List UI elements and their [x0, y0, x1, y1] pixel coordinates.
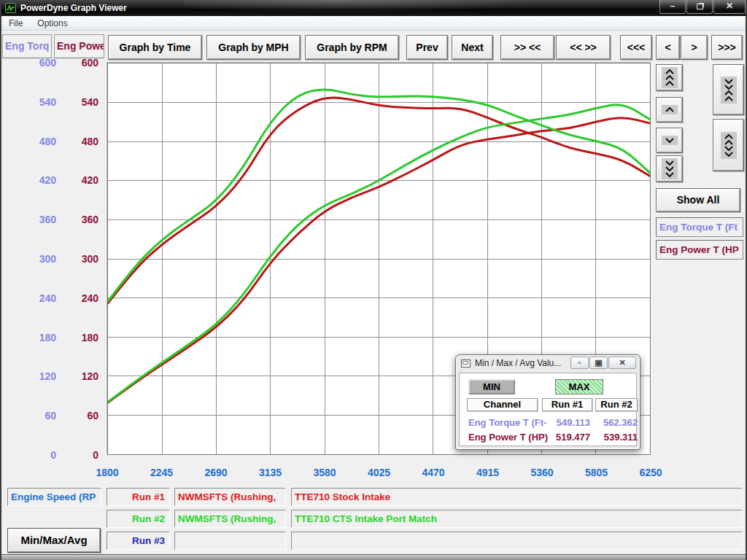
graph-by-time-button[interactable]: Graph by Time	[108, 35, 202, 60]
scroll-left-button[interactable]: <	[656, 35, 680, 60]
y-tick-label-power: 120	[1, 370, 98, 382]
restore-icon	[697, 4, 703, 9]
window-title: PowerDyne Graph Viewer	[20, 3, 127, 13]
scroll-right-button[interactable]: >	[681, 35, 708, 60]
x-tick-label: 2245	[139, 467, 185, 478]
run3-label: Run #3	[107, 532, 170, 550]
graph-by-mph-button[interactable]: Graph by MPH	[206, 35, 301, 60]
popup-row-power-channel: Eng Power T (HP)	[468, 432, 548, 443]
x-tick-label: 5805	[573, 467, 620, 478]
scroll-left-fast-button[interactable]: <<<	[620, 35, 652, 60]
triple-chevron-down-icon	[662, 158, 678, 179]
min-max-avg-button[interactable]: Min/Max/Avg	[7, 528, 101, 553]
collapse-chevrons-icon	[721, 77, 737, 104]
popup-header-run2: Run #2	[595, 398, 638, 411]
popup-header-channel: Channel	[467, 398, 538, 411]
x-tick-label: 3580	[301, 467, 348, 478]
popup-title-bar[interactable]: Min / Max / Avg Valu... ▫ ▣ ✕	[456, 355, 640, 371]
x-tick-label: 4025	[356, 467, 403, 478]
menu-bar: File Options	[1, 16, 747, 31]
run1-file-label: NWMSFTS (Rushing,	[174, 488, 286, 506]
popup-torque-run1-value: 549.113	[542, 417, 590, 428]
y-scale-down-button[interactable]	[656, 128, 683, 153]
menu-options[interactable]: Options	[30, 17, 74, 30]
triple-chevron-up-icon	[662, 67, 678, 88]
x-tick-label: 1800	[84, 467, 131, 478]
show-all-button[interactable]: Show All	[656, 188, 740, 212]
y-tick-label-power: 0	[1, 449, 98, 461]
y-scale-up-fast-button[interactable]	[656, 64, 683, 91]
y-scale-down-fast-button[interactable]	[656, 155, 683, 182]
chevron-up-icon	[662, 105, 678, 114]
y-tick-label-power: 360	[1, 214, 98, 225]
close-button[interactable]: ✕	[713, 0, 746, 14]
run1-description-label: TTE710 Stock Intake	[291, 488, 743, 506]
graph-by-rpm-button[interactable]: Graph by RPM	[305, 35, 399, 60]
run2-file-label: NWMSFTS (Rushing,	[174, 510, 286, 528]
x-channel-label: Engine Speed (RP	[7, 488, 101, 506]
y-tick-label-power: 300	[1, 253, 98, 265]
popup-close-button[interactable]: ✕	[608, 357, 636, 369]
channel-label-torque[interactable]: Eng Torque T (Ft	[656, 217, 743, 237]
app-icon	[5, 3, 16, 13]
x-tick-label: 4470	[410, 467, 457, 478]
y-tick-label-power: 420	[1, 174, 98, 186]
scroll-right-fast-button[interactable]: >>>	[711, 35, 743, 60]
popup-body: MIN MAX Channel Run #1 Run #2 Eng Torque…	[459, 373, 637, 446]
popup-power-run2-value: 539.311	[593, 432, 638, 443]
min-toggle-button[interactable]: MIN	[468, 379, 515, 394]
y-tick-label-power: 60	[1, 410, 98, 421]
popup-restore-button[interactable]: ▣	[589, 357, 608, 369]
y-tick-label-power: 540	[1, 96, 98, 108]
y-range-collapse-button[interactable]	[713, 64, 744, 115]
minimize-button[interactable]: –	[659, 0, 686, 14]
run3-file-label	[174, 532, 286, 550]
channel-label-power[interactable]: Eng Power T (HP	[656, 240, 743, 260]
popup-torque-run2-value: 562.362	[593, 417, 638, 428]
title-bar: PowerDyne Graph Viewer – ✕	[1, 0, 747, 16]
axis-button-torque[interactable]: Eng Torq	[2, 34, 52, 58]
run2-description-label: TTE710 CTS Intake Port Match	[291, 510, 743, 528]
popup-header-run1: Run #1	[542, 398, 592, 411]
popup-minimize-button[interactable]: ▫	[570, 357, 589, 369]
y-range-expand-button[interactable]	[713, 119, 744, 171]
run1-label: Run #1	[107, 488, 170, 506]
axis-button-power[interactable]: Eng Powe	[54, 34, 104, 58]
x-tick-label: 2690	[193, 467, 239, 478]
y-tick-label-power: 480	[1, 136, 98, 147]
x-tick-label: 6250	[627, 467, 674, 478]
popup-window-icon	[461, 359, 471, 368]
zoom-in-x-button[interactable]: >> <<	[500, 35, 554, 60]
window-bottom-frame	[1, 554, 747, 560]
x-tick-label: 4915	[465, 467, 511, 478]
zoom-out-x-button[interactable]: << >>	[556, 35, 611, 60]
x-tick-label: 5360	[519, 467, 565, 478]
max-toggle-button[interactable]: MAX	[555, 379, 603, 394]
run3-description-label	[291, 532, 743, 550]
popup-row-torque-channel: Eng Torque T (Ft-	[468, 417, 546, 428]
restore-button[interactable]	[686, 0, 713, 14]
next-button[interactable]: Next	[452, 35, 493, 60]
x-tick-label: 3135	[247, 467, 294, 478]
y-tick-label-power: 180	[1, 332, 98, 343]
prev-button[interactable]: Prev	[406, 35, 448, 60]
popup-title: Min / Max / Avg Valu...	[475, 358, 561, 368]
y-scale-up-button[interactable]	[656, 97, 683, 122]
menu-file[interactable]: File	[1, 17, 30, 30]
app-window: { "window": { "title": "PowerDyne Graph …	[0, 0, 747, 560]
y-tick-label-power: 240	[1, 292, 98, 304]
min-max-avg-popup: Min / Max / Avg Valu... ▫ ▣ ✕ MIN MAX Ch…	[455, 354, 640, 450]
y-tick-label-power: 600	[1, 57, 98, 69]
run2-label: Run #2	[107, 510, 170, 528]
expand-chevrons-icon	[721, 132, 737, 159]
popup-power-run1-value: 519.477	[542, 432, 590, 443]
chevron-down-icon	[662, 136, 678, 145]
